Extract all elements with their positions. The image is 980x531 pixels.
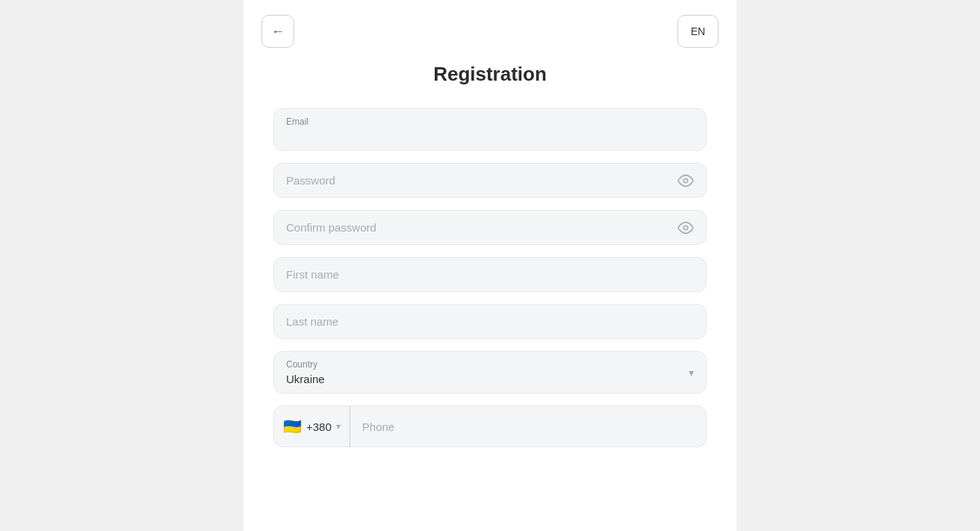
- eye-icon-confirm: [677, 220, 694, 236]
- back-button[interactable]: ←: [261, 15, 294, 48]
- first-name-input[interactable]: [274, 258, 706, 291]
- page: ← EN Registration Email: [0, 0, 980, 531]
- registration-form: Email: [244, 108, 736, 477]
- password-toggle-icon[interactable]: [677, 173, 694, 189]
- email-input[interactable]: [274, 109, 706, 150]
- ukraine-flag-icon: 🇺🇦: [283, 417, 302, 435]
- email-field-wrapper: Email: [273, 108, 707, 151]
- password-input[interactable]: [274, 164, 706, 197]
- confirm-password-input[interactable]: [274, 211, 706, 244]
- svg-point-0: [683, 178, 688, 183]
- last-name-input[interactable]: [274, 305, 706, 338]
- confirm-password-toggle-icon[interactable]: [677, 220, 694, 236]
- phone-prefix-selector[interactable]: 🇺🇦 +380 ▾: [274, 406, 350, 447]
- country-select[interactable]: Ukraine United States Germany France Pol…: [274, 352, 706, 393]
- svg-point-1: [683, 226, 688, 230]
- phone-prefix-text: +380: [306, 420, 332, 433]
- password-field-wrapper: [273, 163, 707, 198]
- prefix-chevron-icon: ▾: [336, 421, 341, 432]
- confirm-password-field-wrapper: [273, 210, 707, 245]
- country-field-wrapper: Country Ukraine United States Germany Fr…: [273, 351, 707, 394]
- language-button[interactable]: EN: [677, 15, 719, 48]
- last-name-field-wrapper: [273, 304, 707, 339]
- header: ← EN: [244, 0, 736, 63]
- eye-icon: [677, 173, 694, 189]
- page-title: Registration: [244, 63, 736, 86]
- registration-card: ← EN Registration Email: [244, 0, 736, 531]
- first-name-field-wrapper: [273, 257, 707, 292]
- phone-field-wrapper: 🇺🇦 +380 ▾: [273, 406, 707, 447]
- phone-input[interactable]: [350, 410, 706, 444]
